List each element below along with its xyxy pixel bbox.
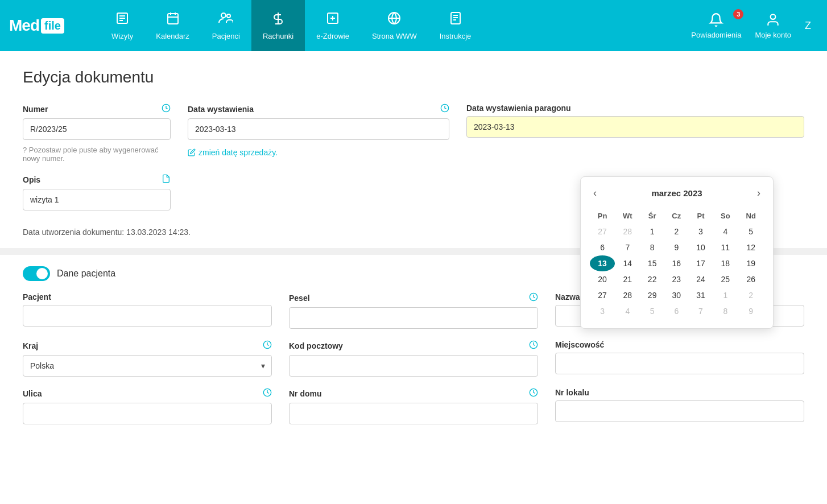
miejscowosc-input[interactable] [555,353,804,374]
calendar-header: ‹ marzec 2023 › [590,186,764,200]
calendar-day-cell[interactable]: 26 [738,271,764,287]
pesel-clock-icon[interactable] [529,292,538,304]
calendar-day-cell[interactable]: 8 [640,239,664,255]
nav-powiadomienia[interactable]: 3 Powiadomienia [684,7,748,45]
pacjent-label: Pacjent [23,292,272,301]
cal-header-sr: Śr [640,208,664,224]
kod-pocztowy-clock-icon[interactable] [529,340,538,352]
nr-domu-clock-icon[interactable] [529,388,538,399]
calendar-next-button[interactable]: › [754,186,764,200]
calendar-day-cell[interactable]: 27 [590,287,615,303]
calendar-day-cell[interactable]: 9 [664,239,689,255]
numer-group: Numer ? Pozostaw pole puste aby wygenero… [23,104,171,163]
nr-lokalu-input[interactable] [555,400,804,422]
kraj-select[interactable]: Polska Niemcy Francja UK [23,355,272,377]
calendar-day-cell[interactable]: 16 [664,255,689,271]
calendar-day-cell[interactable]: 7 [689,303,713,319]
kraj-clock-icon[interactable] [263,340,272,352]
nav-strona-www-label: Strona WWW [372,32,417,40]
calendar-day-cell[interactable]: 24 [689,271,713,287]
nr-domu-input[interactable] [289,403,538,424]
nav-extra[interactable]: Z [798,14,818,38]
kod-pocztowy-group: Kod pocztowy [289,340,538,377]
nav-instrukcje[interactable]: Instrukcje [428,0,483,51]
calendar-day-cell[interactable]: 18 [713,255,738,271]
calendar-day-cell[interactable]: 21 [615,271,640,287]
calendar-day-cell[interactable]: 31 [689,287,713,303]
nav-strona-www[interactable]: Strona WWW [361,0,428,51]
calendar-day-cell[interactable]: 28 [615,224,640,239]
calendar-day-cell[interactable]: 25 [713,271,738,287]
data-paragonu-label-text: Data wystawienia paragonu [466,104,571,113]
dane-pacjenta-toggle[interactable] [23,266,50,281]
calendar-day-cell[interactable]: 2 [664,224,689,239]
pacjent-input[interactable] [23,305,272,327]
calendar-dropdown: ‹ marzec 2023 › Pn Wt Śr Cz Pt So Nd 272… [580,176,774,329]
calendar-day-cell[interactable]: 5 [640,303,664,319]
pacjent-group: Pacjent [23,292,272,327]
calendar-day-cell[interactable]: 22 [640,271,664,287]
logo-file: file [41,18,64,34]
nav-kalendarz[interactable]: Kalendarz [144,0,201,51]
calendar-day-cell[interactable]: 19 [738,255,764,271]
numer-clock-icon[interactable] [162,104,171,115]
calendar-week-row: 272812345 [590,224,764,239]
cal-header-cz: Cz [664,208,689,224]
numer-hint: ? Pozostaw pole puste aby wygenerować no… [23,146,171,163]
calendar-day-cell[interactable]: 23 [664,271,689,287]
calendar-prev-button[interactable]: ‹ [590,186,600,200]
wizyty-icon [115,11,129,28]
calendar-week-row: 3456789 [590,303,764,319]
calendar-day-cell[interactable]: 8 [713,303,738,319]
calendar-day-cell[interactable]: 10 [689,239,713,255]
calendar-day-cell[interactable]: 30 [664,287,689,303]
data-paragonu-label: Data wystawienia paragonu [466,104,804,113]
logo[interactable]: Med file [9,16,83,35]
nav-rachunki[interactable]: Rachunki [251,0,305,51]
calendar-day-cell[interactable]: 9 [738,303,764,319]
data-wystawienia-input[interactable] [188,118,449,140]
calendar-day-cell[interactable]: 3 [590,303,615,319]
nav-wizyty[interactable]: Wizyty [100,0,144,51]
pesel-input[interactable] [289,307,538,329]
calendar-day-cell[interactable]: 11 [713,239,738,255]
calendar-day-cell[interactable]: 4 [713,224,738,239]
opis-input[interactable] [23,189,171,210]
calendar-day-cell[interactable]: 13 [590,255,615,271]
kraj-group: Kraj Polska Niemcy Francja UK [23,340,272,377]
calendar-day-cell[interactable]: 27 [590,224,615,239]
ulica-input[interactable] [23,403,272,424]
calendar-week-row: 272829303112 [590,287,764,303]
calendar-day-cell[interactable]: 28 [615,287,640,303]
data-paragonu-input[interactable] [466,116,804,138]
nav-ezdrowie[interactable]: e-Zdrowie [305,0,361,51]
calendar-day-cell[interactable]: 15 [640,255,664,271]
calendar-day-cell[interactable]: 20 [590,271,615,287]
kod-pocztowy-input[interactable] [289,355,538,377]
calendar-day-cell[interactable]: 7 [615,239,640,255]
nav-pacjenci[interactable]: Pacjenci [201,0,251,51]
calendar-day-cell[interactable]: 1 [713,287,738,303]
ulica-clock-icon[interactable] [263,388,272,399]
nav-powiadomienia-label: Powiadomienia [691,31,741,39]
calendar-day-cell[interactable]: 3 [689,224,713,239]
change-date-link[interactable]: zmień datę sprzedaży. [188,148,449,157]
numer-input[interactable] [23,118,171,140]
cal-header-wt: Wt [615,208,640,224]
calendar-day-cell[interactable]: 6 [590,239,615,255]
numer-label-text: Numer [23,105,48,114]
data-wystawienia-clock-icon[interactable] [440,104,449,115]
pesel-group: Pesel [289,292,538,329]
nav-moje-konto[interactable]: Moje konto [748,7,798,45]
calendar-day-cell[interactable]: 2 [738,287,764,303]
nav-rachunki-label: Rachunki [263,32,293,40]
calendar-day-cell[interactable]: 4 [615,303,640,319]
opis-doc-icon[interactable] [162,174,171,185]
calendar-day-cell[interactable]: 29 [640,287,664,303]
calendar-day-cell[interactable]: 12 [738,239,764,255]
calendar-day-cell[interactable]: 5 [738,224,764,239]
calendar-day-cell[interactable]: 1 [640,224,664,239]
calendar-day-cell[interactable]: 14 [615,255,640,271]
calendar-day-cell[interactable]: 6 [664,303,689,319]
calendar-day-cell[interactable]: 17 [689,255,713,271]
